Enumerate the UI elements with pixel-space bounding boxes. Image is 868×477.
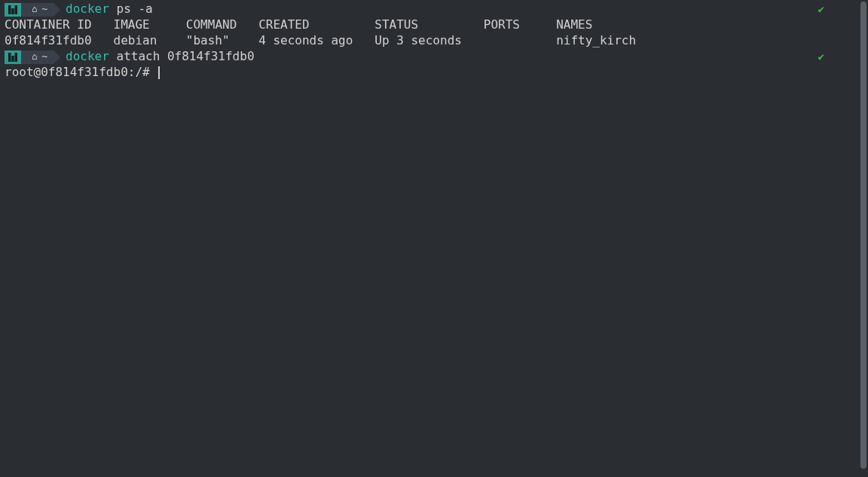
cell-created: 4 seconds ago [258, 33, 353, 49]
header-created: CREATED [258, 17, 309, 33]
table-row: 0f814f31fdb0 debian "bash" 4 seconds ago… [5, 33, 851, 49]
header-names: NAMES [556, 17, 592, 33]
distro-badge [5, 50, 21, 64]
svg-rect-3 [8, 53, 11, 62]
container-root-prompt: root@0f814f31fdb0:/# [5, 65, 851, 81]
prompt-line-1: ⌂ ~ docker ps -a ✔ [5, 2, 851, 17]
manjaro-icon [8, 53, 17, 62]
text-cursor[interactable] [158, 66, 160, 79]
path-tilde: ~ [41, 3, 47, 16]
path-tilde: ~ [41, 50, 47, 63]
command-arguments: ps -a [109, 2, 153, 16]
scrollbar-thumb[interactable] [860, 2, 866, 469]
svg-rect-1 [11, 8, 14, 14]
cell-command: "bash" [186, 33, 230, 49]
command-1: docker ps -a [66, 2, 153, 17]
cell-status: Up 3 seconds [374, 33, 462, 49]
cell-names: nifty_kirch [556, 33, 636, 49]
root-prompt-text: root@0f814f31fdb0:/# [5, 65, 157, 81]
home-icon: ⌂ [32, 4, 37, 16]
header-ports: PORTS [484, 17, 520, 33]
svg-rect-0 [8, 5, 11, 14]
home-icon: ⌂ [32, 51, 37, 63]
header-container-id: CONTAINER ID [5, 17, 92, 33]
prompt-line-2: ⌂ ~ docker attach 0f814f31fdb0 ✔ [5, 49, 851, 65]
header-command: COMMAND [186, 17, 237, 33]
cell-image: debian [114, 33, 157, 49]
terminal-output[interactable]: ⌂ ~ docker ps -a ✔ CONTAINER ID IMAGE CO… [0, 0, 856, 82]
command-executable: docker [66, 2, 109, 16]
cell-container-id: 0f814f31fdb0 [5, 33, 92, 49]
svg-rect-5 [15, 53, 18, 62]
manjaro-icon [8, 5, 17, 14]
success-check-icon: ✔ [818, 2, 824, 16]
command-arguments: attach 0f814f31fdb0 [109, 49, 255, 63]
header-image: IMAGE [114, 17, 150, 33]
command-executable: docker [66, 49, 109, 63]
command-2: docker attach 0f814f31fdb0 [66, 49, 254, 65]
table-header-row: CONTAINER ID IMAGE COMMAND CREATED STATU… [5, 17, 851, 33]
svg-rect-2 [15, 5, 18, 14]
path-segment: ⌂ ~ [21, 50, 53, 64]
distro-badge [5, 3, 21, 17]
vertical-scrollbar[interactable] [860, 2, 866, 469]
success-check-icon: ✔ [818, 50, 824, 63]
path-segment: ⌂ ~ [21, 3, 53, 17]
svg-rect-4 [11, 56, 14, 62]
header-status: STATUS [374, 17, 418, 33]
